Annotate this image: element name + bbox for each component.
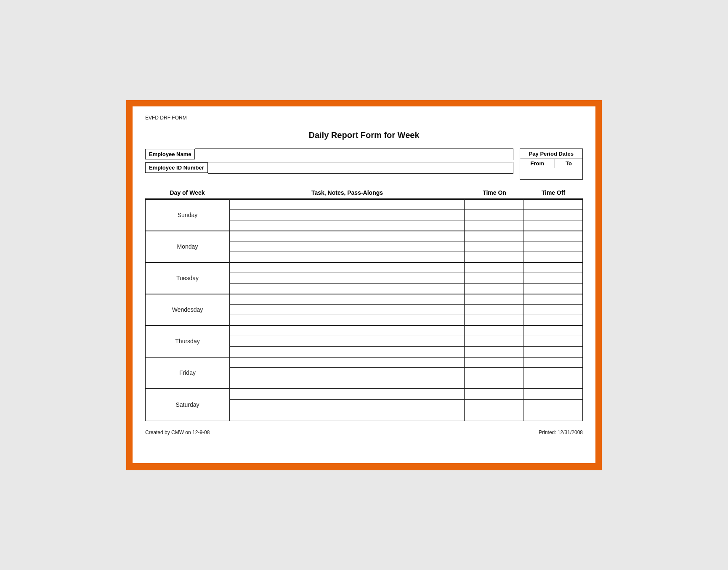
time-on-line[interactable]	[465, 263, 523, 273]
tasks-line[interactable]	[230, 241, 464, 252]
pay-period-cols: From To	[520, 159, 582, 168]
time-off-line[interactable]	[523, 315, 582, 325]
time-off-line[interactable]	[523, 389, 582, 400]
time-off-cell-thursday[interactable]	[523, 326, 582, 357]
time-off-line[interactable]	[523, 368, 582, 378]
time-off-cell-friday[interactable]	[523, 358, 582, 388]
tasks-line[interactable]	[230, 336, 464, 347]
time-on-cell-wendesday[interactable]	[465, 294, 523, 325]
time-on-line[interactable]	[465, 347, 523, 357]
pay-from-input[interactable]	[520, 168, 552, 179]
time-off-line[interactable]	[523, 210, 582, 220]
employee-section: Employee Name Employee ID Number	[145, 148, 513, 175]
time-off-cell-monday[interactable]	[523, 231, 582, 262]
time-off-line[interactable]	[523, 220, 582, 231]
tasks-line[interactable]	[230, 326, 464, 337]
tasks-line[interactable]	[230, 252, 464, 262]
tasks-line[interactable]	[230, 210, 464, 220]
tasks-cell-tuesday[interactable]	[230, 263, 465, 294]
tasks-line[interactable]	[230, 263, 464, 273]
tasks-line[interactable]	[230, 358, 464, 368]
time-off-line[interactable]	[523, 284, 582, 294]
time-on-line[interactable]	[465, 231, 523, 242]
day-row: Wendesday	[146, 294, 582, 326]
outer-border: EVFD DRF FORM Daily Report Form for Week…	[126, 100, 602, 470]
time-on-line[interactable]	[465, 368, 523, 378]
day-label: Tuesday	[146, 263, 230, 294]
time-off-line[interactable]	[523, 200, 582, 210]
time-off-line[interactable]	[523, 231, 582, 242]
time-off-cell-tuesday[interactable]	[523, 263, 582, 294]
employee-name-input[interactable]	[195, 148, 513, 160]
time-on-line[interactable]	[465, 336, 523, 347]
time-on-line[interactable]	[465, 378, 523, 388]
time-on-line[interactable]	[465, 284, 523, 294]
time-off-line[interactable]	[523, 358, 582, 368]
time-off-cell-saturday[interactable]	[523, 389, 582, 421]
time-on-line[interactable]	[465, 241, 523, 252]
tasks-line[interactable]	[230, 368, 464, 378]
time-on-cell-friday[interactable]	[465, 358, 523, 388]
tasks-line[interactable]	[230, 315, 464, 325]
tasks-line[interactable]	[230, 389, 464, 400]
pay-to-input[interactable]	[551, 168, 582, 179]
time-on-line[interactable]	[465, 210, 523, 220]
time-on-cell-sunday[interactable]	[465, 200, 523, 231]
time-off-line[interactable]	[523, 326, 582, 337]
tasks-line[interactable]	[230, 347, 464, 357]
tasks-line[interactable]	[230, 284, 464, 294]
day-row: Sunday	[146, 200, 582, 231]
time-on-line[interactable]	[465, 220, 523, 231]
footer: Created by CMW on 12-9-08 Printed: 12/31…	[145, 429, 583, 435]
time-off-line[interactable]	[523, 400, 582, 410]
time-off-line[interactable]	[523, 378, 582, 388]
watermark-label: EVFD DRF FORM	[145, 115, 583, 121]
time-on-line[interactable]	[465, 200, 523, 210]
tasks-cell-friday[interactable]	[230, 358, 465, 388]
time-on-cell-thursday[interactable]	[465, 326, 523, 357]
time-off-cell-wendesday[interactable]	[523, 294, 582, 325]
tasks-line[interactable]	[230, 294, 464, 305]
time-on-line[interactable]	[465, 410, 523, 420]
time-on-line[interactable]	[465, 400, 523, 410]
day-label: Wendesday	[146, 294, 230, 325]
time-on-line[interactable]	[465, 273, 523, 284]
tasks-cell-saturday[interactable]	[230, 389, 465, 421]
tasks-cell-thursday[interactable]	[230, 326, 465, 357]
tasks-line[interactable]	[230, 410, 464, 420]
day-label: Friday	[146, 358, 230, 388]
tasks-cell-monday[interactable]	[230, 231, 465, 262]
time-off-line[interactable]	[523, 294, 582, 305]
time-on-line[interactable]	[465, 358, 523, 368]
tasks-line[interactable]	[230, 273, 464, 284]
time-off-line[interactable]	[523, 273, 582, 284]
time-on-line[interactable]	[465, 326, 523, 337]
time-on-line[interactable]	[465, 252, 523, 262]
time-off-line[interactable]	[523, 347, 582, 357]
time-off-line[interactable]	[523, 336, 582, 347]
time-off-cell-sunday[interactable]	[523, 200, 582, 231]
time-off-line[interactable]	[523, 252, 582, 262]
time-on-line[interactable]	[465, 305, 523, 315]
time-on-line[interactable]	[465, 294, 523, 305]
time-on-cell-saturday[interactable]	[465, 389, 523, 421]
tasks-line[interactable]	[230, 400, 464, 410]
time-off-line[interactable]	[523, 305, 582, 315]
time-on-cell-tuesday[interactable]	[465, 263, 523, 294]
tasks-cell-wendesday[interactable]	[230, 294, 465, 325]
tasks-line[interactable]	[230, 220, 464, 231]
time-on-cell-monday[interactable]	[465, 231, 523, 262]
time-off-line[interactable]	[523, 263, 582, 273]
time-on-line[interactable]	[465, 315, 523, 325]
tasks-line[interactable]	[230, 200, 464, 210]
tasks-line[interactable]	[230, 305, 464, 315]
tasks-cell-sunday[interactable]	[230, 200, 465, 231]
tasks-line[interactable]	[230, 378, 464, 388]
time-off-line[interactable]	[523, 410, 582, 420]
day-row: Friday	[146, 358, 582, 389]
employee-id-input[interactable]	[208, 162, 513, 174]
tasks-line[interactable]	[230, 231, 464, 242]
time-off-line[interactable]	[523, 241, 582, 252]
col-header-tasks: Task, Notes, Pass-Alongs	[229, 189, 465, 196]
time-on-line[interactable]	[465, 389, 523, 400]
